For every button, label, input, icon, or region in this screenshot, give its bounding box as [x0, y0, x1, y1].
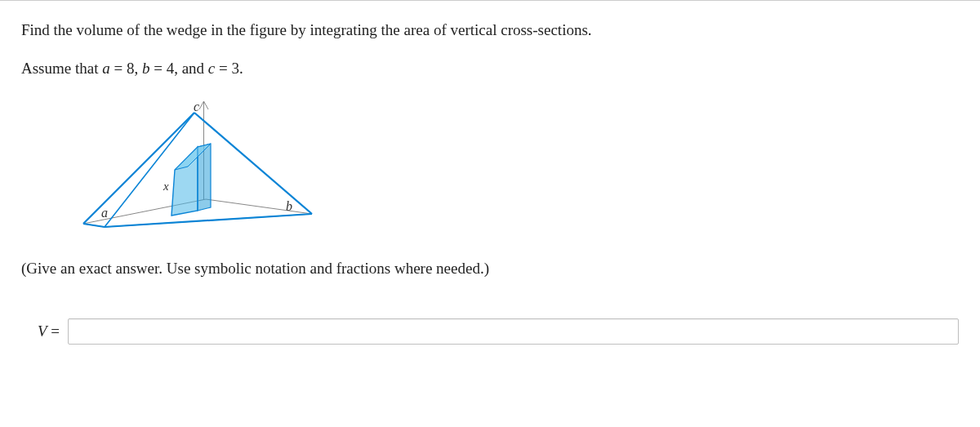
problem-line-1: Find the volume of the wedge in the figu…	[21, 19, 959, 42]
svg-line-8	[194, 113, 312, 214]
figure-label-c: c	[194, 100, 199, 113]
svg-line-10	[83, 224, 105, 227]
svg-line-9	[105, 214, 312, 227]
answer-row: V =	[21, 318, 959, 345]
svg-line-2	[204, 101, 209, 109]
a-eq: = 8,	[110, 60, 142, 77]
answer-eq: =	[47, 322, 60, 340]
problem-line-2: Assume that a = 8, b = 4, and c = 3.	[21, 57, 959, 81]
instruction-text: (Give an exact answer. Use symbolic nota…	[21, 260, 489, 277]
answer-label: V =	[21, 322, 60, 340]
var-a: a	[102, 60, 110, 77]
figure-label-b: b	[286, 199, 292, 213]
wedge-svg: a b c x	[75, 95, 328, 242]
svg-line-4	[206, 199, 312, 214]
answer-var: V	[38, 322, 47, 340]
assume-pre: Assume that	[21, 60, 102, 77]
problem-text-1: Find the volume of the wedge in the figu…	[21, 21, 592, 38]
answer-input[interactable]	[68, 318, 959, 345]
figure-label-a: a	[101, 206, 108, 220]
wedge-figure: a b c x	[75, 95, 959, 246]
instruction-line: (Give an exact answer. Use symbolic nota…	[21, 257, 959, 281]
problem-frame: Find the volume of the wedge in the figu…	[0, 1, 980, 377]
c-eq: = 3.	[215, 60, 243, 77]
svg-line-1	[199, 101, 204, 109]
var-b: b	[142, 60, 150, 77]
figure-label-x: x	[163, 180, 169, 193]
b-eq: = 4, and	[149, 60, 207, 77]
